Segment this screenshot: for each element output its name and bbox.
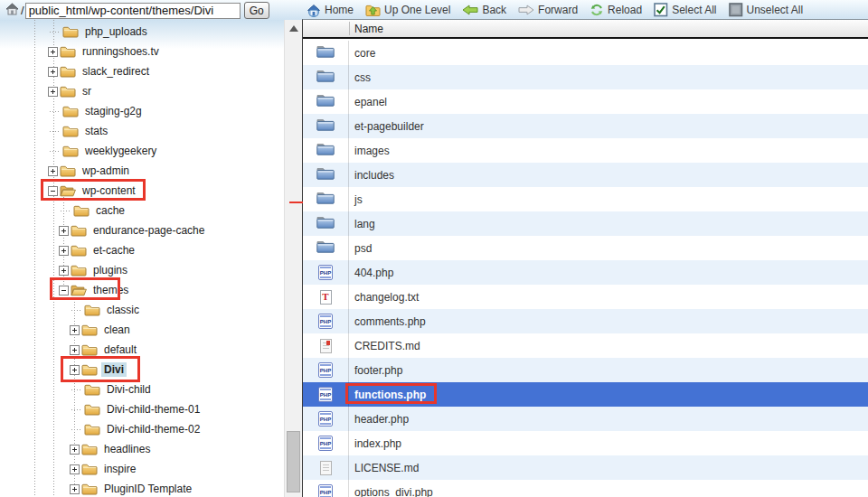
tree-item-label: stats <box>82 124 110 138</box>
file-row-lang[interactable]: lang <box>303 211 868 236</box>
go-button[interactable]: Go <box>244 2 269 19</box>
expand-plus-icon[interactable] <box>70 325 80 335</box>
tree-item-clean[interactable]: clean <box>0 320 284 340</box>
tree-item-divi-child-theme-02[interactable]: Divi-child-theme-02 <box>0 419 284 439</box>
tree-item-label: default <box>101 342 139 357</box>
file-icon-cell <box>303 114 349 138</box>
expand-plus-icon[interactable] <box>59 246 69 256</box>
expand-plus-icon[interactable] <box>70 484 80 494</box>
folder-icon <box>316 142 335 159</box>
file-row-core[interactable]: core <box>303 41 868 65</box>
expand-plus-icon[interactable] <box>70 365 80 375</box>
file-row-index-php[interactable]: PHPindex.php <box>303 431 868 455</box>
top-bar: / Go HomeUp One LevelBackForwardReloadSe… <box>0 0 868 20</box>
toolbar-select-all-button[interactable]: Select All <box>654 3 716 17</box>
expand-plus-icon[interactable] <box>48 67 58 77</box>
file-name: includes <box>354 169 394 182</box>
toolbar-home-button[interactable]: Home <box>307 4 354 17</box>
file-row-psd[interactable]: psd <box>303 236 868 260</box>
tree-item-weeklygeekery[interactable]: weeklygeekery <box>0 141 284 161</box>
tree-item-et-cache[interactable]: et-cache <box>0 240 284 260</box>
tree-item-divi-child-theme-01[interactable]: Divi-child-theme-01 <box>0 399 284 419</box>
file-row-404-php[interactable]: PHP404.php <box>303 260 868 285</box>
folder-closed-icon <box>84 423 100 436</box>
folder-closed-icon <box>84 403 100 416</box>
file-icon-cell <box>303 138 349 163</box>
expand-plus-icon[interactable] <box>48 87 58 97</box>
path-input[interactable] <box>25 3 241 19</box>
toolbar-forward-button[interactable]: Forward <box>518 4 578 16</box>
column-header-name[interactable]: Name <box>303 20 868 39</box>
expand-plus-icon[interactable] <box>70 345 80 355</box>
expand-plus-icon[interactable] <box>59 226 69 236</box>
tree-item-stats[interactable]: stats <box>0 121 284 141</box>
file-row-credits-md[interactable]: CREDITS.md <box>303 333 868 358</box>
folder-closed-icon <box>62 105 79 117</box>
tree-item-default[interactable]: default <box>0 340 284 360</box>
tree-item-staging-g2g[interactable]: staging-g2g <box>0 101 284 121</box>
tree-item-plugins[interactable]: plugins <box>0 260 284 280</box>
expand-plus-icon[interactable] <box>48 166 58 176</box>
tree-item-label: PluginID Template <box>101 482 194 496</box>
expand-plus-icon[interactable] <box>59 266 69 276</box>
toolbar-reload-label: Reload <box>608 4 642 16</box>
folder-icon <box>316 117 335 135</box>
tree-connector <box>50 151 61 152</box>
tree-item-cache[interactable]: cache <box>0 201 284 220</box>
file-row-js[interactable]: js <box>303 187 868 211</box>
tree-item-classic[interactable]: classic <box>0 300 284 320</box>
file-row-includes[interactable]: includes <box>303 163 868 187</box>
tree-scrollbar[interactable] <box>284 20 302 497</box>
annotation-red-dash <box>289 202 303 203</box>
tree-scrollbar-thumb[interactable] <box>287 431 300 492</box>
folder-icon <box>316 166 335 183</box>
file-row-functions-php[interactable]: PHPfunctions.php <box>303 382 868 407</box>
file-row-changelog-txt[interactable]: Tchangelog.txt <box>303 285 868 309</box>
file-row-comments-php[interactable]: PHPcomments.php <box>303 309 868 333</box>
file-icon-cell <box>303 65 349 89</box>
tree-item-themes[interactable]: themes <box>0 280 284 300</box>
tree-item-slack-redirect[interactable]: slack_redirect <box>0 61 284 81</box>
file-row-footer-php[interactable]: PHPfooter.php <box>303 358 868 382</box>
expand-plus-icon[interactable] <box>70 464 80 474</box>
tree-item-label: wp-content <box>80 183 138 198</box>
tree-item-label: slack_redirect <box>80 64 152 79</box>
tree-item-pluginid-template[interactable]: PluginID Template <box>0 479 284 497</box>
expand-plus-icon[interactable] <box>70 445 80 455</box>
toolbar-back-button[interactable]: Back <box>462 4 506 16</box>
tree-item-endurance-page-cache[interactable]: endurance-page-cache <box>0 220 284 240</box>
file-row-header-php[interactable]: PHPheader.php <box>303 407 868 431</box>
tree-item-sr[interactable]: sr <box>0 81 284 101</box>
tree-item-divi[interactable]: Divi <box>0 360 284 380</box>
file-icon-cell: PHP <box>303 260 349 285</box>
toolbar-unselect-all-button[interactable]: Unselect All <box>729 3 804 17</box>
file-row-images[interactable]: images <box>303 138 868 163</box>
tree-item-headlines[interactable]: headlines <box>0 439 284 459</box>
scrollbar-up-arrow-icon[interactable] <box>289 25 298 32</box>
tree-item-divi-child[interactable]: Divi-child <box>0 380 284 399</box>
php-file-icon: PHP <box>318 314 333 329</box>
file-row-epanel[interactable]: epanel <box>303 89 868 114</box>
tree-item-inspire[interactable]: inspire <box>0 459 284 479</box>
file-name: core <box>354 47 375 60</box>
toolbar-up-one-level-button[interactable]: Up One Level <box>365 4 450 17</box>
tree-item-wp-admin[interactable]: wp-admin <box>0 161 284 181</box>
collapse-minus-icon[interactable] <box>59 286 69 295</box>
tree-item-runningshoes-tv[interactable]: runningshoes.tv <box>0 42 284 61</box>
toolbar-reload-button[interactable]: Reload <box>590 4 642 16</box>
tree-item-php-uploads[interactable]: php_uploads <box>0 22 284 42</box>
file-row-css[interactable]: css <box>303 65 868 89</box>
file-row-et-pagebuilder[interactable]: et-pagebuilder <box>303 114 868 138</box>
tree-item-label: sr <box>80 84 94 98</box>
file-manager-window: / Go HomeUp One LevelBackForwardReloadSe… <box>0 0 868 497</box>
tree-connector <box>50 32 61 33</box>
folder-closed-icon <box>62 125 79 137</box>
file-row-license-md[interactable]: LICENSE.md <box>303 455 868 480</box>
tree-item-label: Divi-child-theme-01 <box>104 402 203 417</box>
expand-plus-icon[interactable] <box>48 47 58 57</box>
file-name: footer.php <box>354 364 402 377</box>
tree-item-wp-content[interactable]: wp-content <box>0 181 284 201</box>
file-icon-cell <box>303 333 349 358</box>
collapse-minus-icon[interactable] <box>48 186 58 196</box>
file-row-options-divi-php[interactable]: PHPoptions_divi.php <box>303 480 868 497</box>
